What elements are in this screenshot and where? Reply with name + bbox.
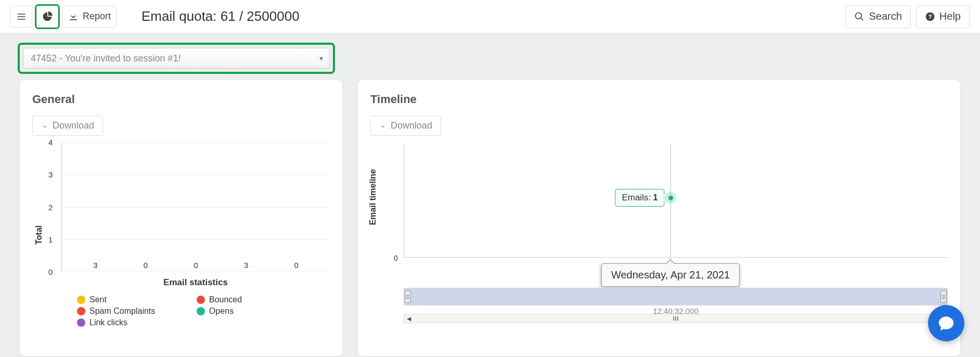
- search-label: Search: [869, 10, 901, 22]
- timeline-scrub-track[interactable]: 12:40:32.000: [404, 288, 948, 305]
- grid-line: [62, 272, 330, 272]
- bar-value-label: 0: [144, 261, 148, 270]
- legend-swatch: [77, 318, 85, 327]
- help-icon: ?: [925, 11, 935, 22]
- timeline-plot: 0 Emails: 1 Wednesday, Apr 21, 2021: [404, 143, 948, 258]
- bars-container: 30030: [62, 142, 330, 272]
- timeline-data-point-dot: [668, 196, 673, 200]
- general-panel: General Download Total 0123430030 Email …: [20, 80, 342, 356]
- timeline-emails-badge: Emails: 1: [615, 189, 664, 207]
- general-download-label: Download: [53, 120, 94, 131]
- legend-label: Spam Complaints: [89, 307, 155, 316]
- scrollbar-track[interactable]: [414, 314, 938, 323]
- timeline-scrub-handle-right[interactable]: [940, 290, 947, 303]
- ytick: 4: [48, 138, 53, 147]
- chat-icon: [937, 314, 955, 332]
- report-label: Report: [83, 11, 111, 22]
- timeline-ytick-0: 0: [394, 254, 398, 262]
- timeline-tooltip-date: Wednesday, Apr 21, 2021: [611, 269, 730, 280]
- email-quota-text: Email quota: 61 / 2500000: [141, 8, 300, 24]
- bar-spam-complaints: 0: [181, 261, 210, 272]
- ytick: 2: [48, 202, 53, 211]
- help-button[interactable]: ? Help: [916, 5, 970, 28]
- chat-fab[interactable]: [928, 305, 964, 341]
- timeline-panel: Timeline Download Email timeline 0 Email…: [358, 80, 960, 356]
- bar-chart-plot: 0123430030: [61, 142, 330, 272]
- bar-sent: 3: [81, 261, 110, 272]
- stats-button[interactable]: [36, 6, 58, 28]
- search-icon: [854, 11, 865, 22]
- report-button[interactable]: Report: [62, 6, 117, 28]
- legend-swatch: [77, 296, 85, 304]
- pie-chart-icon: [42, 11, 53, 22]
- legend-label: Sent: [89, 295, 107, 304]
- timeline-emails-label: Emails:: [622, 193, 651, 203]
- download-arrow-icon: [41, 122, 48, 130]
- legend-item-link-clicks[interactable]: Link clicks: [77, 318, 171, 327]
- bar-value-label: 3: [244, 261, 248, 270]
- topbar: Report Email quota: 61 / 2500000 Search …: [0, 0, 980, 33]
- ytick: 1: [48, 235, 53, 244]
- bar-chart-legend: SentBouncedSpam ComplaintsOpensLink clic…: [77, 295, 295, 327]
- ytick: 0: [48, 267, 53, 276]
- bar-value-label: 3: [93, 261, 97, 270]
- timeline-chart: Email timeline 0 Emails: 1 Wednesday, Ap…: [370, 143, 948, 323]
- bar-link-clicks: 0: [282, 261, 311, 272]
- scrollbar-left-arrow[interactable]: ◀: [404, 314, 414, 323]
- ytick: 3: [48, 170, 53, 179]
- dropdown-row: 47452 - You're invited to session #1!: [0, 33, 980, 80]
- bar-chart: Total 0123430030 Email statistics SentBo…: [32, 142, 330, 327]
- legend-item-spam-complaints[interactable]: Spam Complaints: [77, 307, 171, 316]
- hamburger-icon: [16, 11, 27, 22]
- timeline-emails-value: 1: [653, 193, 657, 203]
- legend-swatch: [77, 307, 85, 315]
- legend-item-bounced[interactable]: Bounced: [197, 295, 290, 304]
- legend-label: Opens: [209, 307, 234, 316]
- campaign-select-highlight: 47452 - You're invited to session #1!: [20, 45, 333, 72]
- legend-label: Link clicks: [89, 318, 127, 327]
- bar-value-label: 0: [194, 261, 198, 270]
- bar-bounced: 0: [131, 261, 160, 272]
- scrollbar-thumb[interactable]: [665, 315, 686, 322]
- search-button[interactable]: Search: [845, 5, 910, 28]
- legend-label: Bounced: [209, 295, 242, 304]
- svg-text:?: ?: [928, 13, 932, 20]
- legend-swatch: [197, 296, 205, 304]
- menu-button[interactable]: [10, 6, 32, 28]
- topbar-right: Search ? Help: [845, 5, 970, 28]
- legend-swatch: [197, 307, 205, 315]
- legend-item-sent[interactable]: Sent: [77, 295, 171, 304]
- general-download-button[interactable]: Download: [32, 116, 103, 136]
- general-title: General: [32, 93, 330, 106]
- timeline-data-point[interactable]: [665, 192, 676, 203]
- timeline-tooltip: Wednesday, Apr 21, 2021: [601, 263, 740, 287]
- download-arrow-icon: [379, 122, 386, 130]
- timeline-download-label: Download: [391, 120, 432, 131]
- timeline-download-button[interactable]: Download: [370, 116, 441, 136]
- campaign-select-value: 47452 - You're invited to session #1!: [31, 53, 181, 64]
- bar-value-label: 0: [294, 261, 299, 270]
- help-label: Help: [939, 10, 961, 22]
- bar-opens: 3: [231, 261, 261, 272]
- timeline-ylabel: Email timeline: [368, 169, 378, 225]
- timeline-scrollbar[interactable]: ◀ ▶: [404, 314, 948, 323]
- timeline-scrub-handle-left[interactable]: [405, 290, 411, 303]
- legend-item-opens[interactable]: Opens: [197, 307, 290, 316]
- download-icon: [68, 11, 79, 22]
- bar-chart-ylabel: Total: [32, 142, 46, 327]
- campaign-select[interactable]: 47452 - You're invited to session #1!: [23, 48, 330, 69]
- timeline-navigator: 12:40:32.000 ◀ ▶: [404, 288, 948, 323]
- timeline-title: Timeline: [370, 93, 948, 106]
- bar-chart-xlabel: Email statistics: [61, 277, 330, 288]
